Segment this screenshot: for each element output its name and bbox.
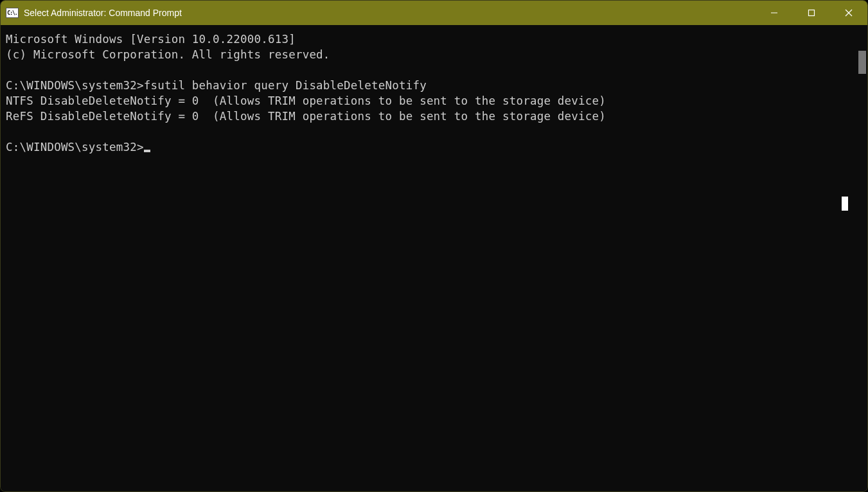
window-title: Select Administrator: Command Prompt [24,8,182,18]
minimize-icon [770,9,778,17]
titlebar[interactable]: C:\. Select Administrator: Command Promp… [1,1,867,25]
close-icon [845,9,853,17]
selection-caret [842,197,848,211]
prompt: C:\WINDOWS\system32> [6,141,144,154]
cursor [144,150,150,152]
maximize-icon [808,9,815,17]
command-prompt-window: C:\. Select Administrator: Command Promp… [0,0,868,492]
output-line: C:\WINDOWS\system32>fsutil behavior quer… [6,79,427,92]
terminal-area[interactable]: Microsoft Windows [Version 10.0.22000.61… [1,25,867,491]
minimize-button[interactable] [756,1,793,25]
output-line: Microsoft Windows [Version 10.0.22000.61… [6,33,296,46]
terminal-output[interactable]: Microsoft Windows [Version 10.0.22000.61… [1,25,867,161]
maximize-button[interactable] [793,1,830,25]
window-controls [756,1,867,25]
scrollbar-thumb[interactable] [858,51,866,74]
svg-rect-1 [809,10,815,16]
close-button[interactable] [830,1,867,25]
scrollbar-track[interactable] [857,51,866,490]
app-icon: C:\. [6,8,19,18]
output-line: (c) Microsoft Corporation. All rights re… [6,48,330,61]
output-line: ReFS DisableDeleteNotify = 0 (Allows TRI… [6,110,606,123]
output-line: NTFS DisableDeleteNotify = 0 (Allows TRI… [6,94,606,107]
